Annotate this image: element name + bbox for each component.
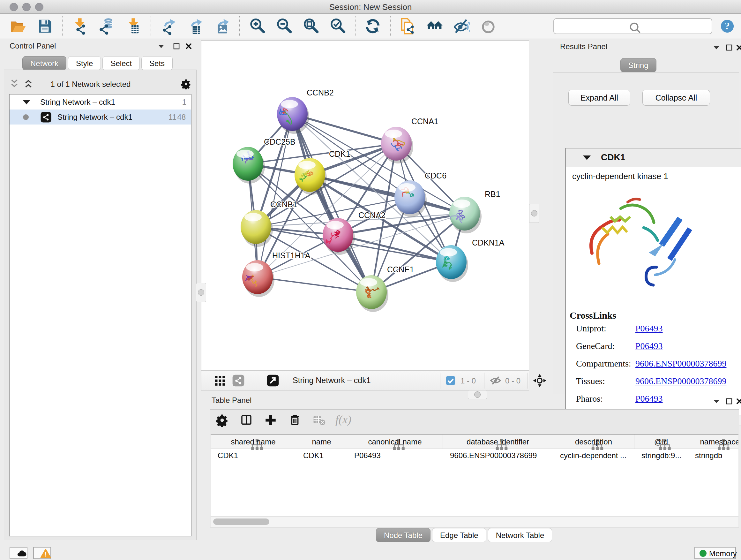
results-panel-float-icon[interactable]	[725, 44, 733, 52]
column-header-shared-name[interactable]: shared name	[211, 435, 296, 449]
delete-table-icon	[313, 414, 326, 427]
network-collection-row[interactable]: String Network – cdk1 1	[10, 95, 191, 110]
cloud-button[interactable]	[10, 547, 27, 559]
columns-icon[interactable]	[240, 414, 253, 427]
table-panel-float-icon[interactable]	[725, 397, 733, 406]
expand-all-button[interactable]: Expand All	[568, 90, 630, 106]
window-title: Session: New Session	[0, 2, 741, 12]
table-cell[interactable]: 9606.ENSP00000378699	[443, 451, 553, 462]
string-network-icon	[40, 111, 52, 123]
table-cell[interactable]: cyclin-dependent ...	[553, 451, 634, 462]
crosslink-link[interactable]: P06493	[635, 323, 663, 334]
table-cell[interactable]: stringdb:9...	[634, 451, 688, 462]
network-edge[interactable]	[292, 114, 372, 292]
help-icon[interactable]: ?	[720, 19, 735, 34]
network-node-hist1h1a[interactable]: HIST1H1A	[242, 251, 311, 297]
results-panel-menu-icon[interactable]	[712, 44, 721, 52]
tab-edge-table[interactable]: Edge Table	[432, 528, 486, 542]
import-table-icon[interactable]	[125, 17, 142, 35]
table-cell[interactable]: P06493	[347, 451, 443, 462]
crosslink-row: Uniprot:P06493	[566, 323, 741, 338]
share-document-icon[interactable]	[399, 17, 416, 35]
tab-network-table[interactable]: Network Table	[488, 528, 552, 542]
zoom-out-icon[interactable]	[275, 17, 293, 35]
gear-icon[interactable]	[215, 414, 229, 427]
table-cell[interactable]: CDK1	[296, 451, 347, 462]
network-node-rb1[interactable]: RB1	[449, 190, 500, 233]
zoom-in-icon[interactable]	[249, 17, 266, 35]
network-node-cdkn1a[interactable]: CDKN1A	[436, 238, 504, 282]
node-label: RB1	[485, 190, 500, 199]
gene-section-header[interactable]: CDK1	[566, 148, 741, 167]
network-options-gear-icon[interactable]	[181, 78, 192, 89]
delete-icon[interactable]	[288, 414, 301, 427]
section-expander-icon[interactable]	[583, 155, 591, 160]
main-toolbar: ?	[0, 14, 741, 39]
network-edge[interactable]	[258, 277, 372, 292]
string-home-icon[interactable]	[426, 17, 443, 35]
crosslink-link[interactable]: P06493	[635, 341, 663, 351]
tab-node-table[interactable]: Node Table	[376, 528, 430, 542]
share-network-icon[interactable]	[232, 374, 245, 387]
cloud-icon	[10, 555, 34, 560]
hidden-eye-icon[interactable]	[489, 374, 502, 387]
network-node-ccnb2[interactable]: CCNB2	[277, 88, 334, 134]
column-header-name[interactable]: name	[296, 435, 347, 449]
right-splitter-handle[interactable]	[529, 204, 539, 223]
control-panel-float-icon[interactable]	[172, 42, 181, 51]
tree-expander-icon[interactable]	[23, 100, 30, 105]
network-canvas[interactable]: CCNB2CCNA1CDC25BCDK1CDC6RB1CCNB1CCNA2CDK…	[201, 40, 529, 370]
crosslink-link[interactable]: 9606.ENSP00000378699	[635, 376, 726, 386]
crosslink-link[interactable]: 9606.ENSP00000378699	[635, 359, 726, 369]
tab-string[interactable]: String	[620, 58, 657, 72]
grid-view-icon[interactable]	[213, 374, 226, 387]
tab-style[interactable]: Style	[68, 56, 101, 70]
network-node-ccnb1[interactable]: CCNB1	[241, 200, 297, 247]
search-input[interactable]	[569, 19, 707, 32]
import-network-icon[interactable]	[71, 17, 88, 35]
refresh-icon[interactable]	[364, 17, 381, 35]
column-header--id[interactable]: @id	[634, 435, 688, 449]
add-icon[interactable]	[264, 414, 277, 427]
column-header-namespace[interactable]: namespace	[688, 435, 738, 449]
warnings-button[interactable]	[33, 547, 51, 559]
table-panel-menu-icon[interactable]	[712, 397, 721, 406]
table-cell[interactable]: stringdb	[688, 451, 738, 462]
export-table-icon[interactable]	[187, 17, 204, 35]
tab-select[interactable]: Select	[103, 56, 140, 70]
save-session-icon[interactable]	[36, 17, 53, 35]
control-panel-close-icon[interactable]	[185, 42, 193, 51]
control-panel-menu-icon[interactable]	[157, 42, 165, 51]
collapse-all-button[interactable]: Collapse All	[643, 90, 710, 106]
open-session-icon[interactable]	[9, 17, 26, 35]
zoom-fit-icon[interactable]	[302, 17, 320, 35]
table-cell[interactable]: CDK1	[211, 451, 296, 462]
tab-network[interactable]: Network	[22, 56, 66, 70]
export-image-icon[interactable]	[213, 17, 231, 35]
crosslink-label: Compartments:	[576, 359, 631, 369]
open-in-new-icon[interactable]	[266, 374, 279, 387]
string-results-container: Expand All Collapse All CDK1 cyclin-depe…	[553, 72, 739, 394]
dim-icon[interactable]	[480, 17, 497, 35]
results-panel-close-icon[interactable]	[735, 44, 741, 52]
column-header-canonical-name[interactable]: canonical name	[347, 435, 443, 449]
column-header-label: canonical name	[347, 437, 443, 446]
network-node-ccne1[interactable]: CCNE1	[356, 265, 414, 312]
column-header-description[interactable]: description	[553, 435, 634, 449]
left-splitter-handle[interactable]	[196, 283, 206, 302]
search-field[interactable]	[553, 18, 712, 34]
memory-label: Memory	[709, 549, 737, 558]
column-header-label: namespace	[688, 437, 738, 446]
table-panel-close-icon[interactable]	[735, 397, 741, 406]
table-horizontal-scrollbar[interactable]	[211, 516, 738, 527]
tab-sets[interactable]: Sets	[141, 56, 173, 70]
import-database-icon[interactable]	[98, 17, 115, 35]
selected-checkbox-icon[interactable]	[445, 375, 456, 386]
network-row[interactable]: String Network – cdk1 11 48	[10, 110, 191, 125]
memory-button[interactable]: Memory	[694, 547, 736, 559]
export-network-icon[interactable]	[160, 17, 177, 35]
column-header-database-identifier[interactable]: database identifier	[443, 435, 553, 449]
zoom-selected-icon[interactable]	[329, 17, 346, 35]
hide-unhide-icon[interactable]	[453, 17, 470, 35]
network-node-ccna1[interactable]: CCNA1	[381, 117, 439, 164]
